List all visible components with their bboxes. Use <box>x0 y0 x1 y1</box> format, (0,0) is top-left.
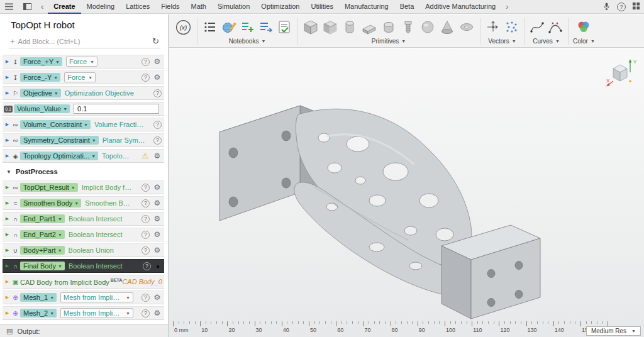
menu-item-lattices[interactable]: Lattices <box>120 0 155 14</box>
add-block-input[interactable]: + Add Block... (Ctrl+L) ↻ <box>9 35 160 48</box>
block-row-mesh-2[interactable]: ▶ ⊕ Mesh_2▼ Mesh from Implicit Body▼ ? ⚙ <box>3 306 164 320</box>
list-add-icon[interactable] <box>240 19 256 35</box>
color-wheel-icon[interactable] <box>575 19 592 35</box>
spline-icon[interactable] <box>547 19 564 35</box>
point-cloud-icon[interactable] <box>503 19 519 35</box>
curve-icon[interactable] <box>529 19 545 35</box>
block-type-select[interactable]: Mesh from Implicit Body▼ <box>60 292 133 302</box>
block-row-cad-body[interactable]: ▶ ▣ CAD Body from Implicit BodyBETA CAD … <box>3 275 164 289</box>
gear-icon[interactable]: ⚙ <box>153 215 162 223</box>
help-icon[interactable]: ? <box>617 3 626 11</box>
torus-primitive-icon[interactable] <box>458 19 475 35</box>
hamburger-menu-icon[interactable] <box>0 3 18 10</box>
gear-icon[interactable]: ⚙ <box>153 184 162 192</box>
block-row-objective[interactable]: ▶ ⚐ Objective▼ Optimization Objective ? <box>3 86 164 100</box>
block-row-mesh-1[interactable]: ▶ ⊕ Mesh_1▼ Mesh from Implicit Body▼ ? ⚙ <box>3 290 164 304</box>
block-name-chip[interactable]: Force_+Y▼ <box>20 57 62 66</box>
cone-primitive-icon[interactable] <box>438 19 456 35</box>
expand-arrow-icon[interactable]: ▶ <box>4 122 11 127</box>
block-name-chip[interactable]: Mesh_1▼ <box>20 293 57 302</box>
expand-arrow-icon[interactable]: ▶ <box>4 185 11 190</box>
expand-arrow-icon[interactable]: ▶ <box>4 91 11 96</box>
block-type-select[interactable]: Force▼ <box>66 57 97 67</box>
help-icon[interactable]: ? <box>142 58 150 66</box>
block-type-select[interactable]: Mesh from Implicit Body▼ <box>60 308 133 318</box>
help-icon[interactable]: ? <box>142 199 150 207</box>
apps-grid-icon[interactable] <box>632 2 640 11</box>
bolt-primitive-icon[interactable] <box>399 19 417 35</box>
block-name-chip[interactable]: Force_-Y▼ <box>20 73 60 82</box>
menu-item-optimization[interactable]: Optimization <box>255 0 305 14</box>
gear-icon[interactable]: ⚙ <box>153 199 162 207</box>
wedge-primitive-icon[interactable] <box>360 19 378 35</box>
block-row-force-minus-y[interactable]: ▶ ↧ Force_-Y▼ Force▼ ? ⚙ <box>3 70 164 84</box>
color-dropdown[interactable]: Color▼ <box>573 38 595 45</box>
expand-arrow-icon[interactable]: ▶ <box>4 263 11 268</box>
menu-item-create[interactable]: Create <box>48 0 80 14</box>
help-icon[interactable]: ? <box>142 215 150 223</box>
output-bar[interactable]: ▤ Output: <box>0 324 168 337</box>
notebook-sphere-pencil-icon[interactable] <box>220 19 238 35</box>
expand-arrow-icon[interactable]: ▶ <box>4 138 11 143</box>
cylinder-primitive-icon[interactable] <box>380 19 397 35</box>
block-type-select[interactable]: Force▼ <box>64 72 96 82</box>
refresh-icon[interactable]: ↻ <box>152 36 159 46</box>
block-name-chip[interactable]: Body+Part▼ <box>20 246 65 255</box>
help-icon[interactable]: ? <box>142 74 150 82</box>
expand-arrow-icon[interactable]: ▶ <box>4 216 11 221</box>
viewport-3d[interactable]: Y X 0 mm10203040506070809010011012013014… <box>169 48 644 337</box>
expand-arrow-icon[interactable]: ▶ <box>4 295 11 300</box>
block-row-volume-constraint[interactable]: ▶ ∾ Volume_Constraint▼ Volume Fraction C… <box>3 118 164 131</box>
list-export-icon[interactable] <box>258 19 274 35</box>
bullet-list-icon[interactable] <box>202 19 218 35</box>
help-icon[interactable]: ? <box>153 121 162 129</box>
expand-arrow-icon[interactable]: ▶ <box>4 153 11 158</box>
help-icon[interactable]: ? <box>142 246 150 255</box>
expand-arrow-icon[interactable]: ▶ <box>4 75 11 80</box>
block-name-chip[interactable]: Volume_Constraint▼ <box>20 120 91 129</box>
notebooks-dropdown[interactable]: Notebooks▼ <box>229 38 266 45</box>
warning-icon[interactable]: ⚠ <box>141 152 150 160</box>
capsule-primitive-icon[interactable] <box>341 19 358 35</box>
block-name-chip[interactable]: Volume_Value▼ <box>14 104 70 113</box>
block-name-chip[interactable]: TopOpt_Result▼ <box>20 183 78 192</box>
expand-arrow-icon[interactable]: ▶ <box>4 248 11 253</box>
collapse-arrow-icon[interactable]: ▼ <box>6 169 11 175</box>
menu-item-utilities[interactable]: Utilities <box>305 0 338 14</box>
box-primitive-icon[interactable] <box>302 19 319 35</box>
block-name-chip[interactable]: Objective▼ <box>20 89 61 97</box>
gear-icon[interactable]: ⚙ <box>153 58 162 66</box>
view-cube[interactable]: Y X <box>605 56 639 90</box>
block-row-topopt-result[interactable]: ▶ ∾ TopOpt_Result▼ Implicit Body from To… <box>3 180 164 194</box>
block-row-final-body[interactable]: ▶ ∩ Final Body▼ Boolean Intersect ? ● <box>3 259 164 273</box>
block-row-end-part1[interactable]: ▶ ∩ End_Part1▼ Boolean Intersect ? ⚙ <box>3 212 164 226</box>
block-name-chip[interactable]: Mesh_2▼ <box>20 309 57 318</box>
checklist-icon[interactable] <box>276 19 292 35</box>
block-row-topology-optimization[interactable]: ▶ ◈ Topology Optimizati...▼ Topology Opt… <box>3 149 164 163</box>
gear-icon[interactable]: ⚙ <box>153 294 162 302</box>
help-icon[interactable]: ? <box>142 184 150 192</box>
menu-scroll-left-icon[interactable]: ‹ <box>36 1 48 13</box>
sidebar-toggle-icon[interactable] <box>18 3 36 10</box>
block-name-chip[interactable]: End_Part2▼ <box>20 230 65 239</box>
menu-item-fields[interactable]: Fields <box>155 0 185 14</box>
expand-arrow-icon[interactable]: ▶ <box>4 201 11 206</box>
block-row-end-part2[interactable]: ▶ ∩ End_Part2▼ Boolean Intersect ? ⚙ <box>3 228 164 241</box>
menu-item-additive-manufacturing[interactable]: Additive Manufacturing <box>419 0 501 14</box>
block-name-chip[interactable]: Final Body▼ <box>20 262 65 270</box>
menu-item-math[interactable]: Math <box>186 0 212 14</box>
menu-scroll-right-icon[interactable]: › <box>501 1 513 13</box>
resolution-dropdown[interactable]: Medium Res ▼ <box>586 326 641 336</box>
block-row-force-plus-y[interactable]: ▶ ↧ Force_+Y▼ Force▼ ? ⚙ <box>3 55 164 69</box>
gear-icon[interactable]: ⚙ <box>153 231 162 239</box>
topology-optimized-part[interactable] <box>169 48 644 337</box>
block-row-body-part[interactable]: ▶ ∪ Body+Part▼ Boolean Union ? ⚙ <box>3 243 164 257</box>
block-name-chip[interactable]: Symmetry_Constraint▼ <box>20 136 99 145</box>
expand-arrow-icon[interactable]: ▶ <box>4 59 11 64</box>
expand-arrow-icon[interactable]: ▶ <box>4 311 11 316</box>
block-name-chip[interactable]: Smoothen Body▼ <box>20 199 81 207</box>
block-name-chip[interactable]: End_Part1▼ <box>20 214 65 223</box>
menu-item-modeling[interactable]: Modeling <box>81 0 121 14</box>
help-icon[interactable]: ? <box>143 262 151 270</box>
help-icon[interactable]: ? <box>142 231 150 239</box>
